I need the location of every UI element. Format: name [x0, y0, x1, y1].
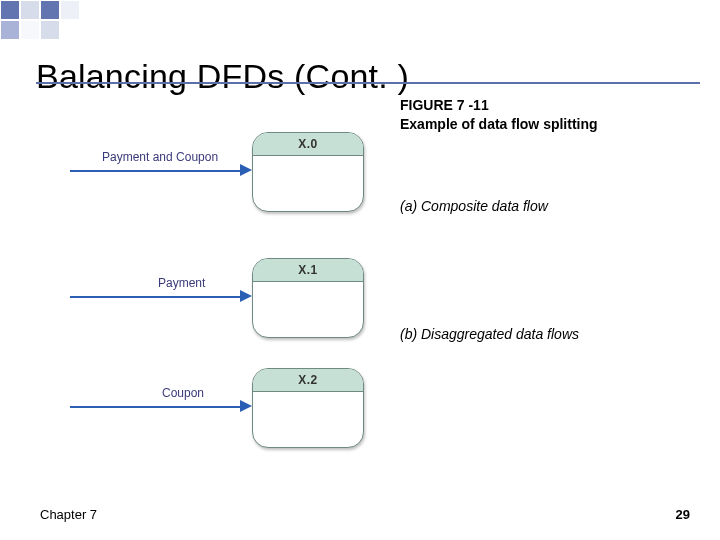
process-box: X.1 [252, 258, 364, 338]
arrow-head-icon [240, 400, 252, 412]
flow-composite: Payment and Coupon X.0 [70, 130, 390, 210]
arrow-head-icon [240, 290, 252, 302]
figure-caption: FIGURE 7 -11 Example of data flow splitt… [400, 96, 598, 134]
figure-description: Example of data flow splitting [400, 115, 598, 134]
annotation-b: (b) Disaggregated data flows [400, 326, 579, 342]
process-id: X.2 [253, 369, 363, 392]
annotation-a: (a) Composite data flow [400, 198, 548, 214]
title-rule [36, 82, 700, 84]
arrow-line [70, 406, 240, 408]
arrow-label: Payment [158, 276, 205, 290]
arrow-label: Payment and Coupon [102, 150, 218, 164]
arrow-label: Coupon [162, 386, 204, 400]
dfd-diagram: Payment and Coupon X.0 Payment X.1 Coupo… [70, 130, 390, 450]
figure-number: FIGURE 7 -11 [400, 96, 598, 115]
process-box: X.0 [252, 132, 364, 212]
arrow-line [70, 170, 240, 172]
slide-title: Balancing DFDs (Cont. ) [36, 57, 409, 96]
footer-chapter: Chapter 7 [40, 507, 97, 522]
arrow-line [70, 296, 240, 298]
process-id: X.0 [253, 133, 363, 156]
flow-payment: Payment X.1 [70, 256, 390, 336]
flow-coupon: Coupon X.2 [70, 366, 390, 446]
process-box: X.2 [252, 368, 364, 448]
footer-page: 29 [676, 507, 690, 522]
process-id: X.1 [253, 259, 363, 282]
arrow-head-icon [240, 164, 252, 176]
corner-motif [0, 0, 80, 40]
